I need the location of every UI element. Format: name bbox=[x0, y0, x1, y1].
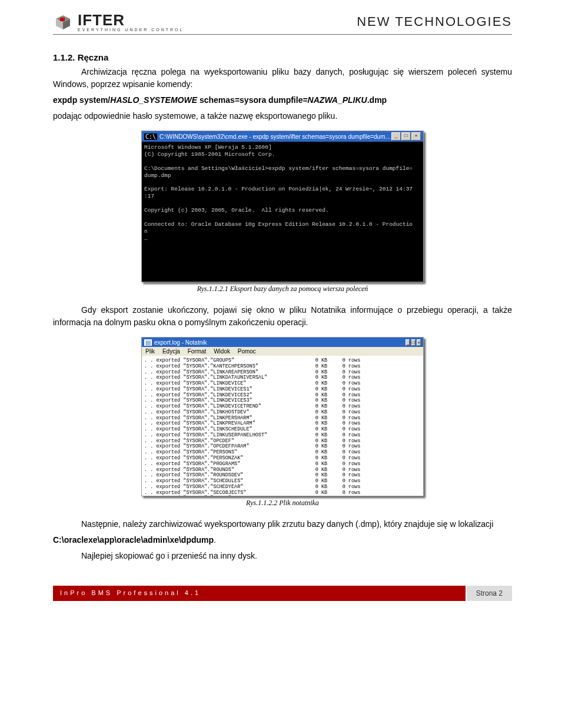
figure-cmd-window: C:\C:\WINDOWS\system32\cmd.exe - expdp s… bbox=[141, 131, 424, 282]
footer-product: InPro BMS Professional 4.1 bbox=[53, 586, 466, 601]
tail-path-line: C:\oraclexe\app\oracle\admin\xe\dpdump. bbox=[53, 534, 512, 546]
notepad-menubar[interactable]: Plik Edycja Format Widok Pomoc bbox=[142, 347, 423, 356]
cmd-filename-placeholder: NAZWA_PLIKU bbox=[308, 95, 367, 105]
footer-page-number: Strona 2 bbox=[466, 586, 512, 601]
figure-notepad-window: ▤export.log - Notatnik _ □ × Plik Edycja… bbox=[141, 337, 424, 496]
logo-block: IFTER EVERYTHING UNDER CONTROL bbox=[53, 12, 184, 32]
maximize-icon[interactable]: □ bbox=[401, 132, 411, 141]
close-icon[interactable]: × bbox=[411, 132, 421, 141]
notepad-content: . . exported "SYSORA"."GROUPS" 0 KB 0 ro… bbox=[142, 356, 423, 496]
figure2-caption: Rys.1.1.2.2 Plik notatnika bbox=[53, 499, 512, 507]
menu-file[interactable]: Plik bbox=[145, 348, 155, 355]
command-line: expdp system/HASLO_SYSTEMOWE schemas=sys… bbox=[53, 94, 512, 106]
minimize-icon[interactable]: _ bbox=[406, 339, 409, 346]
logo-main-text: IFTER bbox=[78, 12, 184, 28]
notepad-titlebar: ▤export.log - Notatnik _ □ × bbox=[142, 338, 423, 347]
cmd-output: Microsoft Windows XP [Wersja 5.1.2600] (… bbox=[142, 142, 423, 282]
maximize-icon[interactable]: □ bbox=[411, 339, 416, 346]
menu-view[interactable]: Widok bbox=[214, 348, 230, 355]
dump-path: C:\oraclexe\app\oracle\admin\xe\dpdump bbox=[53, 535, 214, 545]
menu-help[interactable]: Pomoc bbox=[238, 348, 256, 355]
minimize-icon[interactable]: _ bbox=[391, 132, 401, 141]
cmd-password-placeholder: HASLO_SYSTEMOWE bbox=[110, 95, 197, 105]
page-header: IFTER EVERYTHING UNDER CONTROL NEW TECHN… bbox=[53, 12, 512, 35]
notepad-title-text: export.log - Notatnik bbox=[154, 339, 207, 346]
cmd-titlebar: C:\C:\WINDOWS\system32\cmd.exe - expdp s… bbox=[142, 131, 423, 142]
cmd-title-text: C:\WINDOWS\system32\cmd.exe - expdp syst… bbox=[159, 133, 391, 140]
intro-paragraph: Archiwizacja ręczna polega na wyeksporto… bbox=[53, 66, 512, 91]
tail-paragraph-2: Najlepiej skopiować go i przenieść na in… bbox=[53, 550, 512, 562]
explain-paragraph: podając odpowiednie hasło systemowe, a t… bbox=[53, 110, 512, 122]
mid-paragraph: Gdy eksport zostanie ukończony, pojawi s… bbox=[53, 304, 512, 329]
cmd-mid: schemas=sysora dumpfile= bbox=[197, 95, 308, 105]
logo-tagline: EVERYTHING UNDER CONTROL bbox=[78, 28, 184, 32]
menu-format[interactable]: Format bbox=[188, 348, 207, 355]
svg-marker-3 bbox=[60, 18, 65, 21]
cmd-suffix: .dmp bbox=[367, 95, 387, 105]
tail-paragraph-1: Następnie, należy zarchiwizować wyekspor… bbox=[53, 518, 512, 530]
notepad-icon: ▤ bbox=[144, 339, 152, 346]
figure1-caption: Rys.1.1.2.1 Eksport bazy danych za pomoc… bbox=[53, 285, 512, 293]
header-right-text: NEW TECHNOLOGIES bbox=[357, 14, 512, 29]
page-footer: InPro BMS Professional 4.1 Strona 2 bbox=[53, 586, 512, 601]
close-icon[interactable]: × bbox=[417, 339, 421, 346]
cmd-prefix: expdp system/ bbox=[53, 95, 110, 105]
logo-icon bbox=[53, 12, 73, 32]
cmd-title-icon: C:\ bbox=[144, 133, 157, 140]
menu-edit[interactable]: Edycja bbox=[162, 348, 180, 355]
section-heading: 1.1.2. Ręczna bbox=[53, 52, 512, 62]
